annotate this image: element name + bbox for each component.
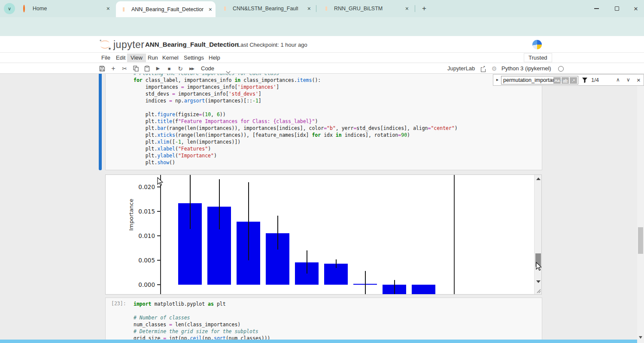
window-close-button[interactable]: × — [627, 0, 644, 17]
error-bar — [248, 182, 249, 260]
new-tab-button[interactable]: + — [419, 3, 429, 14]
find-close-icon[interactable]: × — [637, 76, 641, 84]
y-axis-right-spine — [454, 175, 455, 295]
tab-close-icon[interactable]: × — [304, 5, 311, 12]
y-tick-label: 0.020 — [134, 184, 155, 190]
notebook-toolbar: + ✂ ▶ ■ ↻ ▶▶ Code JupyterLab ⚙ Python 3 … — [0, 63, 644, 74]
restart-kernel-button[interactable]: ↻ — [176, 63, 185, 74]
mouse-cursor — [157, 177, 163, 188]
code-line — [134, 307, 542, 314]
output-resize-grip[interactable] — [536, 287, 541, 295]
restart-run-all-button[interactable]: ▶▶ — [187, 63, 196, 74]
window-bottom-edge — [0, 340, 637, 343]
save-button[interactable] — [97, 63, 107, 74]
paste-cell-button[interactable] — [142, 63, 152, 74]
next-match-icon[interactable]: ∨ — [626, 77, 630, 83]
gear-icon[interactable]: ⚙ — [489, 63, 499, 74]
match-case-toggle[interactable]: Aa — [553, 77, 561, 84]
page-scrollbar[interactable] — [637, 74, 644, 343]
menu-edit[interactable]: Edit — [112, 54, 129, 62]
code-line: plt.xticks(range(len(importances)), [fea… — [134, 132, 542, 138]
code-line: plt.xlim([-1, len(importances)]) — [134, 138, 542, 145]
error-bar — [336, 259, 337, 268]
menu-file[interactable]: File — [98, 54, 114, 62]
y-tick-mark — [157, 284, 160, 285]
filter-funnel-icon[interactable] — [582, 77, 588, 85]
code-line: # Determine the grid size for the subplo… — [134, 328, 542, 335]
jupyter-brand-text: jupyter — [113, 39, 145, 51]
kernel-name[interactable]: Python 3 (ipykernel) — [501, 63, 551, 74]
window-maximize-button[interactable] — [608, 0, 626, 17]
cell-prompt: [23]: — [111, 301, 126, 307]
mouse-cursor-secondary — [536, 262, 542, 273]
code-line: plt.show() — [134, 159, 542, 166]
tab-separator — [316, 5, 316, 12]
browser-tab-strip: ∨ Home × ANN_Bearing_Fault_Detection × C… — [0, 0, 644, 17]
page-scroll-down-icon[interactable] — [639, 336, 642, 339]
code-line: indices = np.argsort(importances)[::-1] — [134, 97, 542, 104]
code-cell-subplots[interactable]: [23]: import matplotlib.pyplot as plt # … — [105, 298, 542, 343]
find-input[interactable]: permutation_importance Aa ab .* — [501, 76, 578, 84]
find-bar: ▸ permutation_importance Aa ab .* 1/4 ∧ … — [493, 74, 644, 86]
scroll-up-icon[interactable] — [536, 178, 541, 180]
y-axis-left-spine — [160, 175, 161, 295]
output-scrollbar[interactable] — [534, 175, 541, 295]
jupyter-logo-icon — [99, 39, 112, 51]
notebook-favicon-icon — [325, 6, 331, 12]
run-cell-button[interactable]: ▶ — [153, 63, 163, 74]
page-scrollbar-thumb[interactable] — [638, 227, 643, 254]
code-line: for class_label, importances_info in cla… — [134, 77, 542, 84]
jupyterlab-link[interactable]: JupyterLab — [447, 63, 475, 74]
y-tick-mark — [157, 211, 160, 212]
tab-home[interactable]: Home × — [17, 3, 113, 15]
cell-type-select[interactable]: Code — [201, 63, 214, 74]
previous-match-icon[interactable]: ∧ — [616, 77, 620, 83]
tab-label: RNN_GRU_BiLSTM — [334, 6, 383, 12]
code-line — [134, 104, 542, 111]
menu-view[interactable]: View — [127, 54, 146, 62]
cell-output-area[interactable]: Importance 0.0200.0150.0100.0050.000 — [105, 175, 542, 295]
notebook-title[interactable]: ANN_Bearing_Fault_Detection — [145, 41, 239, 48]
code-line: plt.ylabel("Importance") — [134, 152, 542, 159]
scroll-down-icon[interactable] — [536, 280, 541, 283]
find-expander-icon[interactable]: ▸ — [496, 77, 498, 82]
checkpoint-status: Last Checkpoint: 1 hour ago — [237, 42, 307, 48]
code-cell-plot[interactable]: # Plotting the feature importances for e… — [105, 74, 542, 170]
tab-rnn-gru-bilstm[interactable]: RNN_GRU_BiLSTM × — [319, 3, 412, 15]
y-tick-label: 0.015 — [134, 208, 155, 215]
y-tick-label: 0.005 — [134, 257, 155, 264]
stop-kernel-button[interactable]: ■ — [164, 63, 174, 74]
trusted-badge[interactable]: Trusted — [524, 53, 552, 62]
jupyter-favicon-icon — [23, 6, 29, 12]
code-line: importances = importances_info['importan… — [134, 84, 542, 90]
menu-kernel[interactable]: Kernel — [159, 54, 182, 62]
notebook-favicon-icon — [223, 6, 229, 12]
jupyter-logo: jupyter — [99, 39, 145, 51]
colorful-sphere-icon — [532, 40, 542, 49]
code-line: import matplotlib.pyplot as plt — [134, 301, 542, 307]
regex-toggle[interactable]: .* — [570, 77, 577, 84]
whole-word-toggle[interactable]: ab — [562, 77, 569, 84]
tab-close-icon[interactable]: × — [402, 5, 409, 12]
tab-close-icon[interactable]: × — [103, 5, 110, 12]
error-bar — [394, 280, 395, 295]
tab-search-chevron-icon[interactable]: ∨ — [4, 3, 15, 14]
menu-help[interactable]: Help — [205, 54, 224, 62]
code-line: plt.xlabel("Features") — [134, 145, 542, 152]
menu-settings[interactable]: Settings — [180, 54, 207, 62]
code-line: # Number of classes — [134, 314, 542, 321]
tab-ann-bearing-fault-detection[interactable]: ANN_Bearing_Fault_Detection × — [116, 1, 216, 17]
insert-cell-button[interactable]: + — [109, 63, 118, 74]
copy-cell-button[interactable] — [131, 63, 140, 74]
window-minimize-button[interactable] — [587, 0, 605, 17]
external-link-icon[interactable] — [478, 66, 486, 74]
browser-address-bar: ← → ↻ i localhost:8888/notebooks/ANN_Bea… — [0, 17, 644, 36]
browser-window: ∨ Home × ANN_Bearing_Fault_Detection × C… — [0, 0, 644, 343]
tab-cnn-lstm[interactable]: CNN&LSTM_Bearing_Fault_Dete × — [217, 3, 314, 15]
cut-cell-button[interactable]: ✂ — [120, 63, 129, 74]
tab-close-icon[interactable]: × — [205, 6, 212, 13]
code-editor[interactable]: # Plotting the feature importances for e… — [134, 74, 542, 170]
code-editor[interactable]: import matplotlib.pyplot as plt # Number… — [134, 298, 542, 343]
matplotlib-figure: Importance 0.0200.0150.0100.0050.000 — [106, 175, 534, 295]
tab-label: Home — [33, 6, 47, 12]
